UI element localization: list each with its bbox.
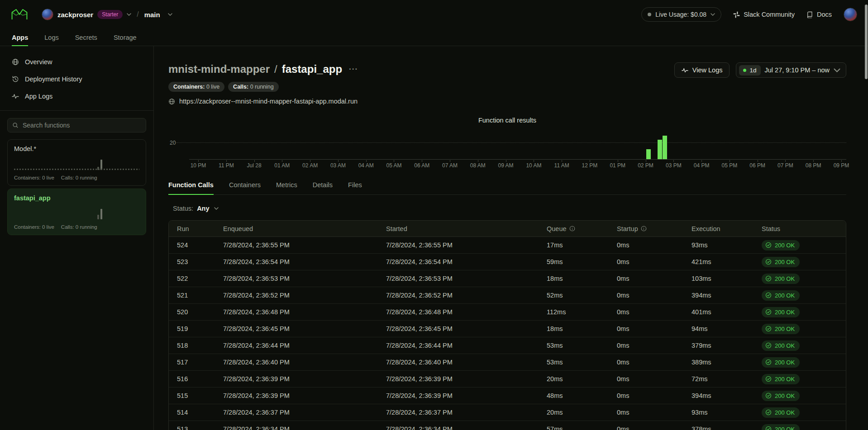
- x-axis-tick-label: 03 AM: [330, 162, 346, 169]
- status-badge: 200 OK: [762, 290, 800, 301]
- table-row[interactable]: 5247/28/2024, 2:36:55 PM7/28/2024, 2:36:…: [169, 237, 846, 254]
- environment-switcher[interactable]: main: [144, 11, 172, 19]
- modal-logo[interactable]: [10, 8, 29, 21]
- tab-files[interactable]: Files: [348, 181, 362, 194]
- sidebar-item-app-logs[interactable]: App Logs: [0, 88, 153, 105]
- search-input[interactable]: [23, 122, 141, 129]
- user-avatar[interactable]: [844, 8, 857, 21]
- table-row[interactable]: 5217/28/2024, 2:36:52 PM7/28/2024, 2:36:…: [169, 287, 846, 304]
- x-axis-tick-label: 10 PM: [191, 162, 206, 169]
- cell-status: 200 OK: [762, 290, 846, 301]
- sidebar-item-deployment-history[interactable]: Deployment History: [0, 71, 153, 88]
- check-icon: [765, 426, 772, 430]
- chevron-down-icon[interactable]: [168, 13, 172, 16]
- table-row[interactable]: 5147/28/2024, 2:36:37 PM7/28/2024, 2:36:…: [169, 404, 846, 421]
- tab-metrics[interactable]: Metrics: [276, 181, 297, 194]
- cell-queue: 18ms: [547, 325, 617, 332]
- chevron-down-icon[interactable]: [127, 13, 131, 16]
- pulse-icon: [682, 67, 688, 74]
- x-axis-tick-mark: [618, 160, 618, 162]
- cell-enqueued: 7/28/2024, 2:36:39 PM: [223, 375, 386, 383]
- calls-count: Calls: 0 running: [61, 175, 97, 180]
- chart-title: Function call results: [168, 117, 846, 124]
- cell-enqueued: 7/28/2024, 2:36:52 PM: [223, 292, 386, 299]
- cell-started: 7/28/2024, 2:36:53 PM: [386, 275, 547, 282]
- table-row[interactable]: 5227/28/2024, 2:36:53 PM7/28/2024, 2:36:…: [169, 270, 846, 287]
- chevron-down-icon: [711, 13, 715, 16]
- column-header-enqueued: Enqueued: [223, 225, 386, 232]
- function-name: fastapi_app: [14, 194, 139, 202]
- chart-bar[interactable]: [658, 140, 662, 159]
- cell-execution: 394ms: [692, 392, 762, 399]
- function-card-fastapi-app[interactable]: fastapi_appContainers: 0 liveCalls: 0 ru…: [7, 189, 146, 235]
- table-row[interactable]: 5237/28/2024, 2:36:54 PM7/28/2024, 2:36:…: [169, 254, 846, 270]
- cell-run: 518: [177, 342, 223, 349]
- cell-startup: 0ms: [617, 292, 692, 299]
- tab-details[interactable]: Details: [313, 181, 333, 194]
- status-badge-label: 200 OK: [775, 426, 795, 430]
- check-icon: [765, 326, 772, 332]
- tab-function-calls[interactable]: Function Calls: [168, 181, 214, 194]
- chart-plot-area: 20: [168, 133, 846, 160]
- breadcrumb-separator: /: [137, 10, 138, 19]
- view-logs-button[interactable]: View Logs: [674, 62, 730, 78]
- live-usage-button[interactable]: Live Usage: $0.08: [641, 7, 721, 22]
- x-axis-tick-mark: [813, 160, 814, 162]
- cell-queue: 57ms: [547, 425, 617, 430]
- x-axis-tick-label: 01 PM: [610, 162, 625, 169]
- cell-startup: 0ms: [617, 241, 692, 249]
- cell-run: 514: [177, 409, 223, 416]
- chart-bar[interactable]: [646, 149, 651, 159]
- x-axis-tick-mark: [338, 160, 339, 162]
- docs-link[interactable]: Docs: [806, 11, 832, 18]
- cell-enqueued: 7/28/2024, 2:36:40 PM: [223, 359, 386, 366]
- nav-tab-apps[interactable]: Apps: [12, 29, 28, 46]
- status-filter[interactable]: Status: Any: [173, 205, 846, 212]
- cell-queue: 20ms: [547, 375, 617, 383]
- time-range-selector[interactable]: 1d Jul 27, 9:10 PM – now: [736, 62, 846, 78]
- check-icon: [765, 275, 772, 282]
- tab-containers[interactable]: Containers: [229, 181, 261, 194]
- cell-startup: 0ms: [617, 392, 692, 399]
- containers-count: Containers: 0 live: [14, 175, 54, 180]
- cell-execution: 72ms: [692, 375, 762, 383]
- check-icon: [765, 409, 772, 416]
- function-card-model[interactable]: Model.*Containers: 0 liveCalls: 0 runnin…: [7, 139, 146, 186]
- sidebar-item-overview[interactable]: Overview: [0, 53, 153, 71]
- meta-badge-value: 0 running: [248, 84, 274, 90]
- x-axis-tick-label: 06 AM: [414, 162, 429, 169]
- table-row[interactable]: 5157/28/2024, 2:36:39 PM7/28/2024, 2:36:…: [169, 387, 846, 404]
- search-functions-box[interactable]: [7, 118, 146, 132]
- column-header-execution: Execution: [692, 225, 762, 232]
- status-badge: 200 OK: [762, 340, 800, 351]
- table-row[interactable]: 5187/28/2024, 2:36:44 PM7/28/2024, 2:36:…: [169, 337, 846, 354]
- nav-tab-secrets[interactable]: Secrets: [75, 29, 97, 46]
- nav-tab-logs[interactable]: Logs: [44, 29, 58, 46]
- cell-execution: 401ms: [692, 308, 762, 316]
- slack-community-link[interactable]: Slack Community: [733, 11, 795, 18]
- cell-execution: 421ms: [692, 258, 762, 265]
- table-row[interactable]: 5177/28/2024, 2:36:40 PM7/28/2024, 2:36:…: [169, 354, 846, 371]
- x-axis-tick-label: 10 AM: [526, 162, 541, 169]
- x-axis-tick-mark: [394, 160, 394, 162]
- status-badge: 200 OK: [762, 240, 800, 250]
- more-options-button[interactable]: ···: [349, 67, 358, 71]
- workspace-name: zackproser: [57, 11, 93, 19]
- workspace-switcher[interactable]: zackproser Starter: [42, 9, 131, 20]
- cell-startup: 0ms: [617, 258, 692, 265]
- x-axis-tick-mark: [562, 160, 562, 162]
- x-axis: 10 PM11 PMJul 2801 AM02 AM03 AM04 AM05 A…: [168, 162, 846, 170]
- table-row[interactable]: 5167/28/2024, 2:36:39 PM7/28/2024, 2:36:…: [169, 371, 846, 387]
- table-row[interactable]: 5137/28/2024, 2:36:34 PM7/28/2024, 2:36:…: [169, 421, 846, 430]
- function-name: Model.*: [14, 145, 139, 152]
- status-badge: 200 OK: [762, 424, 800, 430]
- table-row[interactable]: 5207/28/2024, 2:36:48 PM7/28/2024, 2:36:…: [169, 304, 846, 321]
- x-axis-tick-label: 05 AM: [386, 162, 401, 169]
- vertical-scrollbar[interactable]: [865, 5, 868, 79]
- nav-tab-storage[interactable]: Storage: [114, 29, 137, 46]
- table-row[interactable]: 5197/28/2024, 2:36:45 PM7/28/2024, 2:36:…: [169, 321, 846, 337]
- history-icon: [12, 76, 19, 83]
- web-endpoint-url[interactable]: https://zackproser--mnist-mind-mapper-fa…: [179, 98, 358, 105]
- chart-bar[interactable]: [663, 136, 667, 159]
- cell-enqueued: 7/28/2024, 2:36:55 PM: [223, 241, 386, 249]
